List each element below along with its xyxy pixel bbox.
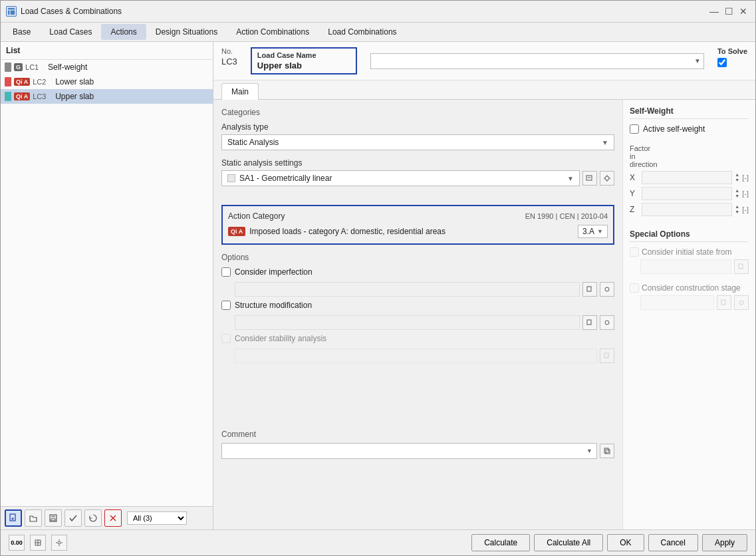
close-button[interactable]: ✕ <box>737 5 750 18</box>
main-window: Load Cases & Combinations — ☐ ✕ Base Loa… <box>0 0 756 556</box>
initial-state-btn <box>734 259 749 274</box>
settings-edit-button[interactable] <box>582 171 597 186</box>
svg-point-27 <box>739 301 743 305</box>
calculate-all-button[interactable]: Calculate All <box>534 534 603 551</box>
settings-button[interactable] <box>51 535 67 551</box>
comment-input[interactable]: ▼ <box>221 443 597 459</box>
tab-main[interactable]: Main <box>221 83 259 100</box>
factor-y-input[interactable] <box>642 187 732 200</box>
ok-button[interactable]: OK <box>607 534 644 551</box>
save-button[interactable] <box>45 509 62 527</box>
calculate-button[interactable]: Calculate <box>471 534 530 551</box>
analysis-type-value: Static Analysis <box>227 138 602 147</box>
maximize-button[interactable]: ☐ <box>722 5 735 18</box>
qia-badge: Qi A <box>228 227 245 236</box>
load-case-name-box: Load Case Name Upper slab <box>251 47 357 74</box>
option-row-structure: Structure modification <box>221 301 614 310</box>
minimize-button[interactable]: — <box>707 5 721 18</box>
analysis-type-dropdown[interactable]: Static Analysis ▼ <box>221 134 614 150</box>
bottom-bar: 0.00 Calculate Calc <box>1 529 755 555</box>
up-arrow-icon[interactable]: ▲ <box>735 188 739 194</box>
grid-button[interactable] <box>30 535 46 551</box>
consider-imperfection-checkbox[interactable] <box>221 267 231 277</box>
special-options-title: Special Options <box>630 229 749 242</box>
delete-button[interactable] <box>104 509 122 527</box>
factor-x-input[interactable] <box>642 171 732 184</box>
construction-stage-label: Consider construction stage <box>642 283 741 293</box>
menu-base[interactable]: Base <box>3 24 40 40</box>
menu-load-combinations[interactable]: Load Combinations <box>318 24 406 40</box>
structure-modification-checkbox[interactable] <box>221 301 231 310</box>
imperfection-edit-btn[interactable] <box>582 282 597 297</box>
action-category-box: Action Category EN 1990 | CEN | 2010-04 … <box>221 205 614 245</box>
new-button[interactable] <box>5 509 22 527</box>
static-settings-dropdown[interactable]: SA1 - Geometrically linear ▼ <box>221 170 580 186</box>
list-item[interactable]: G LC1 Self-weight <box>1 60 213 74</box>
apply-button[interactable]: Apply <box>702 534 747 551</box>
list-items: G LC1 Self-weight Qi A LC2 Lower slab Qi… <box>1 60 213 506</box>
static-settings-group: Static analysis settings SA1 - Geometric… <box>221 158 614 186</box>
up-arrow-icon[interactable]: ▲ <box>735 172 739 178</box>
tabs-bar: Main <box>213 80 755 100</box>
refresh-button[interactable] <box>84 509 102 527</box>
list-item-selected[interactable]: Qi A LC3 Upper slab <box>1 89 213 104</box>
menu-load-cases[interactable]: Load Cases <box>40 24 101 40</box>
structure-edit-btn[interactable] <box>582 315 597 330</box>
right-top-fields: No. LC3 Load Case Name Upper slab ▼ To S… <box>213 42 755 80</box>
menu-actions[interactable]: Actions <box>101 24 146 40</box>
settings-icon <box>227 174 235 182</box>
initial-state-row: Consider initial state from <box>630 247 749 274</box>
structure-modification-label: Structure modification <box>235 301 312 310</box>
construction-stage-checkbox <box>630 283 639 293</box>
structure-input[interactable] <box>235 315 580 330</box>
initial-state-checkbox <box>630 247 639 257</box>
stability-analysis-label: Consider stability analysis <box>235 334 326 343</box>
factor-y-arrows[interactable]: ▲ ▼ <box>735 188 739 199</box>
factor-z-arrows[interactable]: ▲ ▼ <box>735 204 739 215</box>
to-solve-section: To Solve <box>717 47 747 74</box>
up-arrow-icon[interactable]: ▲ <box>735 204 739 209</box>
svg-rect-0 <box>7 7 15 15</box>
svg-rect-18 <box>587 287 591 291</box>
to-solve-checkbox[interactable] <box>717 58 727 67</box>
action-category-standard: EN 1990 | CEN | 2010-04 <box>525 212 608 220</box>
action-cat-subcategory[interactable]: 3.A ▼ <box>578 225 608 238</box>
factor-x-arrows[interactable]: ▲ ▼ <box>735 172 739 183</box>
factor-row-z: Z ▲ ▼ [-] <box>630 203 749 216</box>
static-settings-inner: SA1 - Geometrically linear <box>227 174 567 183</box>
comment-copy-btn[interactable] <box>600 444 614 458</box>
factor-z-input[interactable] <box>642 203 732 216</box>
units-button[interactable]: 0.00 <box>9 535 25 551</box>
initial-state-check-row: Consider initial state from <box>630 247 749 257</box>
load-case-name-label: Load Case Name <box>257 51 350 59</box>
open-button[interactable] <box>25 509 42 527</box>
load-case-name-value: Upper slab <box>257 61 350 70</box>
self-weight-section: Self-Weight Active self-weight Factor in… <box>630 106 749 219</box>
filter-dropdown[interactable]: All (3) <box>127 511 209 525</box>
static-settings-select-row: SA1 - Geometrically linear ▼ <box>221 170 614 186</box>
badge-qia: Qi A <box>14 92 30 100</box>
main-content: List G LC1 Self-weight Qi A LC2 Lower sl… <box>1 42 755 529</box>
cancel-button[interactable]: Cancel <box>648 534 698 551</box>
static-settings-label: Static analysis settings <box>221 158 614 168</box>
imperfection-input[interactable] <box>235 282 580 297</box>
down-arrow-icon[interactable]: ▼ <box>735 209 739 215</box>
name-dropdown[interactable]: ▼ <box>370 53 704 69</box>
analysis-type-select-row: Static Analysis ▼ <box>221 134 614 150</box>
active-self-weight-checkbox[interactable] <box>630 124 639 134</box>
list-item[interactable]: Qi A LC2 Lower slab <box>1 74 213 89</box>
check-button[interactable] <box>64 509 82 527</box>
svg-rect-20 <box>587 320 591 325</box>
down-arrow-icon[interactable]: ▼ <box>735 194 739 199</box>
analysis-type-label: Analysis type <box>221 122 614 132</box>
settings-config-button[interactable] <box>600 171 614 186</box>
structure-config-btn[interactable] <box>600 315 614 330</box>
menu-action-combinations[interactable]: Action Combinations <box>227 24 318 40</box>
imperfection-config-btn[interactable] <box>600 282 614 297</box>
active-self-weight-label: Active self-weight <box>643 124 705 134</box>
no-field-group: No. LC3 <box>221 47 237 74</box>
app-icon <box>6 6 17 17</box>
down-arrow-icon[interactable]: ▼ <box>735 178 739 183</box>
svg-point-19 <box>605 287 609 291</box>
menu-design-situations[interactable]: Design Situations <box>146 24 227 40</box>
